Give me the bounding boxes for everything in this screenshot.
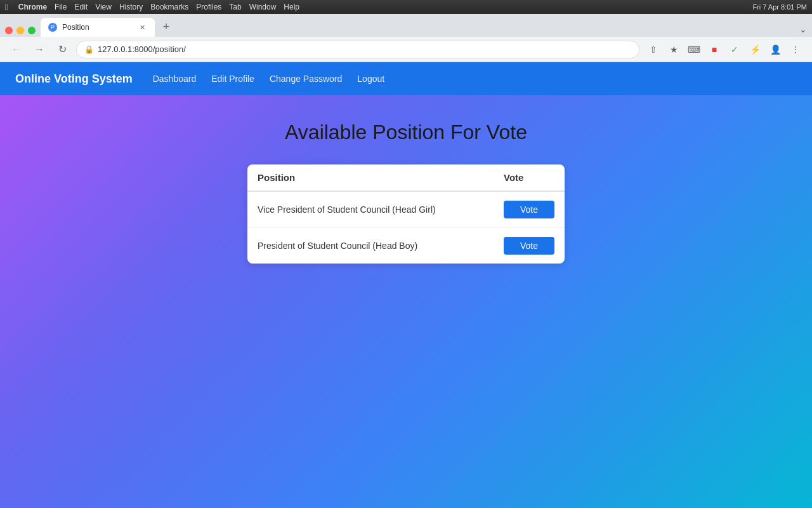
menu-history[interactable]: History (119, 3, 143, 11)
share-icon[interactable]: ⇧ (645, 41, 662, 58)
menu-bookmarks[interactable]: Bookmarks (150, 3, 188, 11)
tab-favicon: P (48, 23, 57, 32)
position-name-1: Vice President of Student Council (Head … (258, 204, 504, 215)
vote-button-1[interactable]: Vote (504, 201, 554, 218)
titlebar-right: Fri 7 Apr 8:01 PM (752, 3, 807, 11)
new-tab-button[interactable]: + (157, 18, 175, 36)
toolbar-icons: ⇧ ★ ⌨ ■ ✓ ⚡ 👤 ⋮ (645, 41, 804, 58)
extension-icon-3[interactable]: ✓ (726, 41, 743, 58)
url-display: 127.0.0.1:8000/position/ (98, 44, 631, 54)
menu-file[interactable]: File (55, 3, 67, 11)
menu-view[interactable]: View (95, 3, 112, 11)
menu-window[interactable]: Window (249, 3, 277, 11)
minimize-window-button[interactable] (16, 27, 24, 34)
app-brand[interactable]: Online Voting System (15, 72, 133, 86)
col-vote-header: Vote (504, 172, 554, 183)
reload-button[interactable]: ↻ (53, 41, 71, 58)
tab-close-button[interactable]: ✕ (137, 22, 147, 32)
titlebar:  Chrome File Edit View History Bookmark… (0, 0, 812, 14)
tab-list-button[interactable]: ⌄ (799, 24, 807, 34)
address-box[interactable]: 🔒 127.0.0.1:8000/position/ (76, 41, 639, 58)
tabbar: P Position ✕ + ⌄ (0, 14, 812, 37)
nav-links: Dashboard Edit Profile Change Password L… (153, 74, 384, 84)
addressbar: ← → ↻ 🔒 127.0.0.1:8000/position/ ⇧ ★ ⌨ ■… (0, 37, 812, 62)
positions-table-card: Position Vote Vice President of Student … (247, 164, 565, 264)
forward-button[interactable]: → (30, 41, 48, 58)
menu-chrome[interactable]: Chrome (18, 3, 47, 11)
titlebar-menu: Chrome File Edit View History Bookmarks … (18, 3, 299, 11)
lock-icon: 🔒 (84, 45, 94, 54)
close-window-button[interactable] (5, 27, 13, 34)
more-options-icon[interactable]: ⋮ (787, 41, 804, 58)
main-content: Available Position For Vote Position Vot… (0, 95, 812, 508)
apple-icon:  (5, 3, 8, 12)
browser-tab[interactable]: P Position ✕ (41, 18, 155, 37)
app-navbar: Online Voting System Dashboard Edit Prof… (0, 62, 812, 95)
datetime-display: Fri 7 Apr 8:01 PM (752, 3, 807, 11)
nav-dashboard[interactable]: Dashboard (153, 74, 197, 84)
back-button[interactable]: ← (8, 41, 25, 58)
menu-help[interactable]: Help (284, 3, 299, 11)
menu-profiles[interactable]: Profiles (196, 3, 221, 11)
maximize-window-button[interactable] (28, 27, 36, 34)
extension-icon-1[interactable]: ⌨ (685, 41, 703, 58)
tab-title: Position (62, 23, 132, 32)
nav-change-password[interactable]: Change Password (270, 74, 342, 84)
extensions-puzzle-icon[interactable]: ⚡ (746, 41, 764, 58)
table-row: Vice President of Student Council (Head … (247, 192, 565, 228)
vote-button-2[interactable]: Vote (504, 237, 554, 255)
titlebar-left:  Chrome File Edit View History Bookmark… (5, 3, 299, 12)
page-title: Available Position For Vote (285, 121, 527, 144)
table-row: President of Student Council (Head Boy) … (247, 228, 565, 264)
position-name-2: President of Student Council (Head Boy) (258, 241, 504, 251)
profile-icon[interactable]: 👤 (766, 41, 784, 58)
bookmark-icon[interactable]: ★ (665, 41, 683, 58)
menu-tab[interactable]: Tab (229, 3, 241, 11)
menu-edit[interactable]: Edit (74, 3, 88, 11)
nav-logout[interactable]: Logout (357, 74, 384, 84)
table-header: Position Vote (247, 164, 565, 192)
extension-icon-2[interactable]: ■ (705, 41, 723, 58)
nav-edit-profile[interactable]: Edit Profile (211, 74, 254, 84)
col-position-header: Position (258, 172, 504, 183)
